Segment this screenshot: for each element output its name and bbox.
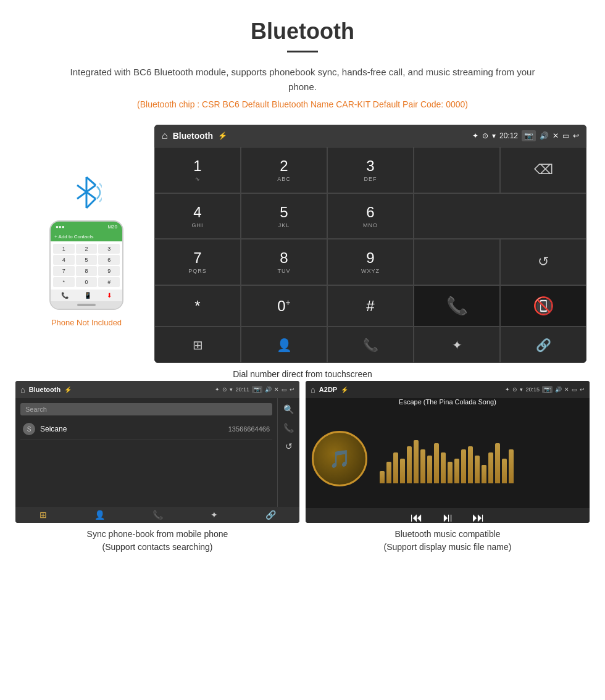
back-icon[interactable]: ↩ bbox=[573, 131, 579, 140]
empty-cell-2 bbox=[414, 239, 500, 285]
ms-wifi-icon: ▾ bbox=[520, 386, 523, 393]
phonebook-screen-wrap: ⌂ Bluetooth ⚡ ✦ ⊙ ▾ 20:11 📷 🔊 ✕ ▭ ↩ bbox=[15, 381, 299, 554]
prev-track-button[interactable]: ⏮ bbox=[411, 510, 423, 523]
music-controls: ⏮ ⏯ ⏭ bbox=[306, 508, 590, 523]
pb-nav-settings[interactable]: 🔗 bbox=[265, 510, 276, 520]
volume-icon[interactable]: 🔊 bbox=[540, 131, 549, 140]
pb-vol-icon[interactable]: 🔊 bbox=[265, 386, 272, 393]
song-title: Escape (The Pina Colada Song) bbox=[306, 398, 590, 409]
page-title: Bluetooth bbox=[0, 0, 605, 51]
ms-loc-icon: ⊙ bbox=[512, 386, 517, 393]
specs-text: (Bluetooth chip : CSR BC6 Default Blueto… bbox=[0, 99, 605, 109]
pb-back-icon[interactable]: ↩ bbox=[290, 386, 294, 393]
dial-key-9[interactable]: 9 WXYZ bbox=[327, 239, 414, 285]
dial-key-4[interactable]: 4 GHI bbox=[154, 193, 241, 240]
music-screen-wrap: ⌂ A2DP ⚡ ✦ ⊙ ▾ 20:15 📷 🔊 ✕ ▭ ↩ Escape (T… bbox=[306, 381, 590, 554]
dial-key-7[interactable]: 7 PQRS bbox=[154, 239, 241, 285]
usb-icon: ⚡ bbox=[218, 131, 227, 140]
pb-time: 20:11 bbox=[235, 386, 249, 393]
ms-cam-icon[interactable]: 📷 bbox=[542, 386, 553, 393]
dial-key-3[interactable]: 3 DEF bbox=[327, 147, 414, 193]
pb-nav-dialpad[interactable]: ⊞ bbox=[40, 510, 47, 520]
pb-call-icon[interactable]: 📞 bbox=[283, 423, 294, 433]
phone-mock: ●●● M20 + Add to Contacts 1 2 3 4 5 6 7 … bbox=[49, 220, 123, 310]
pb-close-icon[interactable]: ✕ bbox=[274, 386, 279, 393]
dial-key-2[interactable]: 2 ABC bbox=[241, 147, 327, 193]
contact-row[interactable]: S Seicane 13566664466 bbox=[20, 419, 272, 440]
search-placeholder: Search bbox=[25, 406, 47, 413]
dial-key-5[interactable]: 5 JKL bbox=[241, 193, 327, 240]
dial-key-8[interactable]: 8 TUV bbox=[241, 239, 327, 285]
pb-search-icon[interactable]: 🔍 bbox=[283, 404, 294, 414]
call-button[interactable]: 📞 bbox=[414, 285, 500, 327]
pb-title: Bluetooth bbox=[29, 386, 60, 393]
bottom-screens-row: ⌂ Bluetooth ⚡ ✦ ⊙ ▾ 20:11 📷 🔊 ✕ ▭ ↩ bbox=[0, 381, 605, 554]
svg-line-4 bbox=[86, 199, 96, 208]
contact-number: 13566664466 bbox=[228, 425, 270, 433]
ms-back-icon[interactable]: ↩ bbox=[580, 386, 585, 393]
pb-home-icon[interactable]: ⌂ bbox=[20, 385, 25, 394]
music-caption: Bluetooth music compatible (Support disp… bbox=[306, 528, 590, 554]
recents-nav-button[interactable]: 📞 bbox=[327, 327, 414, 363]
dial-key-hash[interactable]: # bbox=[327, 285, 414, 327]
backspace-button[interactable]: ⌫ bbox=[500, 147, 586, 193]
contacts-nav-button[interactable]: 👤 bbox=[241, 327, 327, 363]
pb-bt-icon: ✦ bbox=[215, 386, 220, 393]
time-display: 20:12 bbox=[499, 131, 518, 140]
next-track-button[interactable]: ⏭ bbox=[472, 510, 485, 523]
search-bar[interactable]: Search bbox=[20, 403, 272, 415]
wifi-icon: ▾ bbox=[492, 131, 496, 140]
phonebook-screen: ⌂ Bluetooth ⚡ ✦ ⊙ ▾ 20:11 📷 🔊 ✕ ▭ ↩ bbox=[15, 381, 299, 523]
pb-wifi-icon: ▾ bbox=[230, 386, 233, 393]
ms-title: A2DP bbox=[319, 386, 337, 393]
pb-cam-icon[interactable]: 📷 bbox=[252, 386, 262, 393]
phone-not-included-label: Phone Not Included bbox=[51, 318, 122, 327]
dialpad-nav-button[interactable]: ⊞ bbox=[154, 327, 241, 363]
camera-icon[interactable]: 📷 bbox=[522, 130, 536, 141]
pb-nav-contacts[interactable]: 👤 bbox=[94, 510, 105, 520]
ms-home-icon[interactable]: ⌂ bbox=[311, 385, 315, 394]
pb-usb-icon: ⚡ bbox=[64, 386, 72, 393]
page-description: Integrated with BC6 Bluetooth module, su… bbox=[68, 65, 537, 94]
hangup-button[interactable]: 📵 bbox=[500, 285, 586, 327]
dial-key-6[interactable]: 6 MNO bbox=[327, 193, 414, 240]
dial-screen: ⌂ Bluetooth ⚡ ✦ ⊙ ▾ 20:12 📷 🔊 ✕ ▭ ↩ 1 ∿ bbox=[154, 125, 586, 363]
ms-bt-icon: ✦ bbox=[505, 386, 510, 393]
pb-nav-bt[interactable]: ✦ bbox=[211, 510, 218, 520]
pb-sync-icon[interactable]: ↺ bbox=[285, 441, 293, 451]
music-header: ⌂ A2DP ⚡ ✦ ⊙ ▾ 20:15 📷 🔊 ✕ ▭ ↩ bbox=[306, 381, 590, 398]
window-icon[interactable]: ▭ bbox=[562, 131, 569, 140]
dial-key-star[interactable]: * bbox=[154, 285, 241, 327]
title-divider bbox=[287, 51, 318, 52]
contact-avatar: S bbox=[23, 423, 35, 435]
location-icon: ⊙ bbox=[482, 131, 488, 140]
bluetooth-status-icon: ✦ bbox=[472, 131, 478, 140]
bluetooth-icon bbox=[71, 174, 102, 211]
music-content: 🎵 bbox=[306, 409, 590, 508]
home-icon[interactable]: ⌂ bbox=[162, 130, 168, 141]
dial-key-0[interactable]: 0+ bbox=[241, 285, 327, 327]
display-area bbox=[414, 147, 500, 193]
album-art: 🎵 bbox=[312, 431, 367, 486]
phone-mock-area: ●●● M20 + Add to Contacts 1 2 3 4 5 6 7 … bbox=[19, 125, 154, 327]
pb-loc-icon: ⊙ bbox=[222, 386, 227, 393]
empty-cell-1 bbox=[414, 193, 586, 240]
close-icon[interactable]: ✕ bbox=[553, 131, 559, 140]
play-pause-button[interactable]: ⏯ bbox=[441, 510, 454, 523]
dial-layout: ●●● M20 + Add to Contacts 1 2 3 4 5 6 7 … bbox=[0, 125, 605, 363]
settings-nav-button[interactable]: 🔗 bbox=[500, 327, 586, 363]
music-bt-icon: 🎵 bbox=[329, 449, 351, 469]
dial-key-1[interactable]: 1 ∿ bbox=[154, 147, 241, 193]
pb-win-icon[interactable]: ▭ bbox=[282, 386, 287, 393]
bluetooth-nav-button[interactable]: ✦ bbox=[414, 327, 500, 363]
redial-button[interactable]: ↺ bbox=[500, 239, 586, 285]
pb-nav-recents[interactable]: 📞 bbox=[152, 510, 163, 520]
ms-time: 20:15 bbox=[525, 386, 540, 393]
ms-win-icon[interactable]: ▭ bbox=[572, 386, 577, 393]
dial-screen-title: Bluetooth bbox=[173, 131, 213, 141]
phonebook-caption: Sync phone-book from mobile phone (Suppo… bbox=[15, 528, 299, 554]
ms-close-icon[interactable]: ✕ bbox=[564, 386, 569, 393]
contact-name: Seicane bbox=[40, 425, 228, 433]
ms-vol-icon[interactable]: 🔊 bbox=[555, 386, 562, 393]
dial-screen-header: ⌂ Bluetooth ⚡ ✦ ⊙ ▾ 20:12 📷 🔊 ✕ ▭ ↩ bbox=[154, 125, 586, 147]
